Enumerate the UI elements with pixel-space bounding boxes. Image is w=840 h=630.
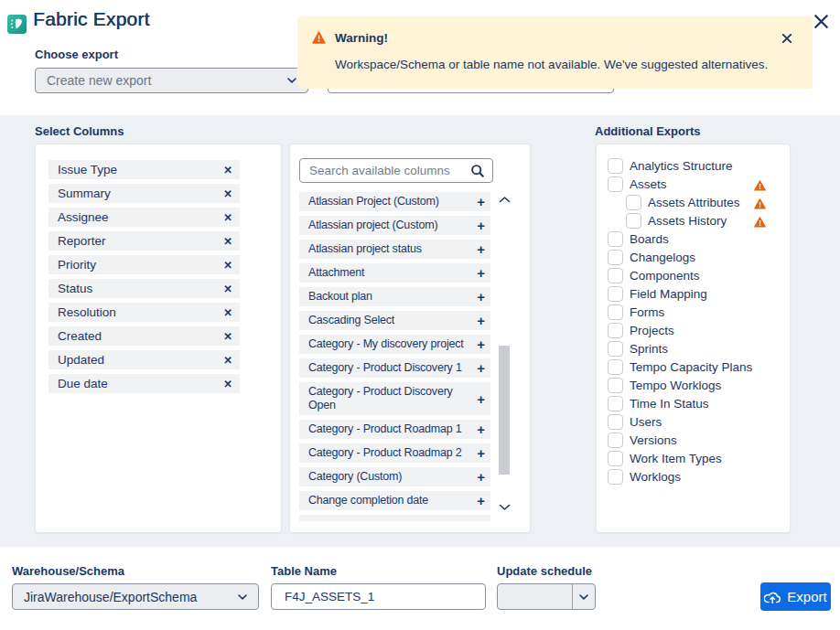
checkbox[interactable] <box>608 323 623 338</box>
table-name-input[interactable]: F4J_ASSETS_1 <box>271 583 486 610</box>
available-column-item-partial <box>299 515 490 521</box>
checkbox[interactable] <box>608 432 623 448</box>
checkbox[interactable] <box>608 304 623 320</box>
additional-export-label: Sprints <box>630 342 668 356</box>
remove-column-icon[interactable]: ✕ <box>223 330 232 343</box>
checkbox[interactable] <box>608 286 623 302</box>
add-column-icon[interactable]: + <box>477 240 485 259</box>
additional-export-row: Assets Attributes <box>608 193 782 211</box>
add-column-icon[interactable]: + <box>477 491 485 510</box>
selected-column-item: Due date✕ <box>48 374 240 393</box>
selected-column-item: Status✕ <box>48 279 240 298</box>
table-name-label: Table Name <box>271 564 337 578</box>
checkbox[interactable] <box>608 341 623 357</box>
selected-columns-panel: Issue Type✕Summary✕Assignee✕Reporter✕Pri… <box>35 144 282 533</box>
checkbox[interactable] <box>608 396 623 411</box>
additional-export-label: Users <box>630 415 662 429</box>
available-column-label: Category - Product Discovery Open <box>308 385 464 412</box>
dialog-close-icon[interactable] <box>813 14 829 33</box>
remove-column-icon[interactable]: ✕ <box>223 235 232 248</box>
available-column-item: Category - Product Discovery 1+ <box>299 358 490 378</box>
checkbox[interactable] <box>626 195 641 210</box>
available-column-item: Category - My discovery project+ <box>299 335 490 354</box>
available-column-label: Atlassian Project (Custom) <box>308 195 439 208</box>
search-input[interactable]: Search available columns <box>299 158 493 183</box>
add-column-icon[interactable]: + <box>477 382 485 415</box>
add-column-icon[interactable]: + <box>477 420 485 439</box>
choose-export-value: Create new export <box>36 73 287 88</box>
selected-column-label: Reporter <box>58 234 223 248</box>
additional-export-label: Assets <box>630 177 667 191</box>
selected-column-label: Updated <box>58 353 223 367</box>
additional-export-label: Work Item Types <box>630 452 722 465</box>
remove-column-icon[interactable]: ✕ <box>223 354 232 367</box>
checkbox[interactable] <box>608 158 623 174</box>
remove-column-icon[interactable]: ✕ <box>223 211 232 224</box>
additional-export-row: Sprints <box>608 339 782 358</box>
additional-export-row: Work Item Types <box>608 449 782 467</box>
selected-column-label: Created <box>58 329 223 343</box>
checkbox[interactable] <box>608 451 623 466</box>
available-column-label: Category - Product Roadmap 1 <box>308 422 461 436</box>
additional-export-label: Time In Status <box>630 397 709 411</box>
add-column-icon[interactable]: + <box>477 192 485 211</box>
checkbox[interactable] <box>608 469 623 485</box>
scroll-up-icon[interactable] <box>498 192 511 207</box>
additional-export-row: Assets History <box>608 211 782 230</box>
add-column-icon[interactable]: + <box>477 443 485 463</box>
remove-column-icon[interactable]: ✕ <box>223 164 232 176</box>
checkbox[interactable] <box>608 268 623 283</box>
select-columns-label: Select Columns <box>35 124 124 138</box>
checkbox[interactable] <box>608 359 623 375</box>
warning-icon <box>312 31 326 48</box>
remove-column-icon[interactable]: ✕ <box>223 378 232 390</box>
scroll-down-icon[interactable] <box>498 499 511 514</box>
export-button[interactable]: Export <box>760 582 831 611</box>
available-column-item: Attachment+ <box>299 263 490 283</box>
chevron-down-icon[interactable] <box>572 584 595 609</box>
add-column-icon[interactable]: + <box>477 263 485 283</box>
checkbox[interactable] <box>608 378 623 393</box>
add-column-icon[interactable]: + <box>477 287 485 306</box>
remove-column-icon[interactable]: ✕ <box>223 259 232 272</box>
checkbox[interactable] <box>608 231 623 247</box>
remove-column-icon[interactable]: ✕ <box>223 306 232 319</box>
available-column-item: Category (Custom)+ <box>299 467 490 486</box>
selected-column-item: Assignee✕ <box>48 208 240 227</box>
add-column-icon[interactable]: + <box>477 358 485 378</box>
additional-export-label: Tempo Capacity Plans <box>630 360 752 374</box>
warehouse-schema-select[interactable]: JiraWarehouse/ExportSchema <box>12 583 259 610</box>
update-schedule-select[interactable] <box>497 583 596 610</box>
available-column-label: Atlassian project (Custom) <box>308 219 437 232</box>
additional-export-row: Projects <box>608 321 782 339</box>
checkbox[interactable] <box>608 250 623 265</box>
checkbox[interactable] <box>626 213 641 229</box>
add-column-icon[interactable]: + <box>477 311 485 330</box>
additional-export-label: Assets Attributes <box>648 196 740 209</box>
available-column-item: Atlassian Project (Custom)+ <box>299 192 490 211</box>
additional-export-label: Projects <box>630 324 674 337</box>
additional-export-label: Assets History <box>648 214 727 228</box>
add-column-icon[interactable]: + <box>477 467 485 486</box>
selected-column-label: Due date <box>58 377 223 390</box>
warehouse-schema-label: Warehouse/Schema <box>12 564 124 578</box>
add-column-icon[interactable]: + <box>477 216 485 235</box>
selected-column-label: Issue Type <box>58 163 223 176</box>
available-column-label: Backout plan <box>308 290 372 304</box>
additional-export-label: Versions <box>630 433 677 447</box>
checkbox[interactable] <box>608 176 623 192</box>
available-column-label: Attachment <box>308 266 364 280</box>
remove-column-icon[interactable]: ✕ <box>223 187 232 200</box>
scrollbar-thumb[interactable] <box>499 346 510 475</box>
scrollbar[interactable] <box>497 192 512 514</box>
additional-export-row: Forms <box>608 303 782 321</box>
checkbox[interactable] <box>608 414 623 430</box>
remove-column-icon[interactable]: ✕ <box>223 283 232 295</box>
available-column-label: Change completion date <box>308 494 428 507</box>
warning-close-icon[interactable] <box>781 31 792 48</box>
additional-export-label: Analytics Structure <box>630 159 733 173</box>
available-column-item: Atlassian project status+ <box>299 240 490 259</box>
add-column-icon[interactable]: + <box>477 335 485 354</box>
choose-export-label: Choose export <box>35 48 118 61</box>
choose-export-select[interactable]: Create new export <box>35 68 308 93</box>
